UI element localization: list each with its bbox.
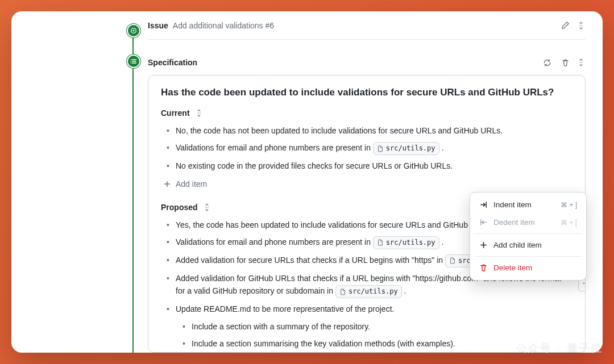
svg-point-5 (130, 59, 131, 60)
issue-node-icon (127, 24, 140, 37)
dedent-icon (479, 218, 488, 227)
current-label: Current (161, 108, 190, 118)
menu-delete[interactable]: Delete item (474, 259, 583, 277)
add-item-button[interactable]: Add item (163, 179, 207, 189)
specification-row: Specification (148, 55, 586, 70)
file-chip[interactable]: src/utils.py (373, 236, 439, 249)
svg-point-7 (130, 62, 131, 63)
timeline-line (132, 28, 134, 353)
svg-point-8 (579, 25, 580, 26)
svg-point-24 (583, 283, 584, 284)
plus-icon (479, 241, 488, 249)
current-section-header: Current (161, 108, 572, 118)
list-item[interactable]: Include a section with a summary of the … (181, 320, 572, 333)
drag-handle-icon[interactable] (202, 203, 211, 212)
spec-node-icon (127, 55, 140, 68)
menu-add-child[interactable]: Add child item (474, 236, 583, 254)
menu-separator (475, 256, 582, 257)
svg-point-11 (579, 62, 580, 63)
app-window: Issue Add additional validations #6 Spec… (11, 11, 603, 353)
context-menu: Indent item ⌘ + ] Dedent item ⌘ + [ Add … (470, 192, 587, 281)
svg-point-19 (205, 207, 206, 208)
menu-indent[interactable]: Indent item ⌘ + ] (474, 196, 583, 214)
file-chip[interactable]: src/utils.py (373, 142, 439, 155)
svg-point-6 (130, 61, 131, 61)
svg-point-20 (206, 207, 208, 208)
issue-label: Issue (148, 21, 168, 30)
svg-point-15 (198, 112, 200, 114)
drag-handle-icon[interactable] (194, 108, 204, 118)
file-icon (377, 145, 384, 152)
file-icon (339, 288, 346, 295)
proposed-label: Proposed (161, 203, 198, 212)
menu-dedent: Dedent item ⌘ + [ (474, 214, 583, 231)
specification-label: Specification (148, 58, 197, 67)
svg-point-13 (582, 62, 583, 63)
svg-point-1 (133, 30, 135, 32)
spec-question: Has the code been updated to include val… (161, 87, 572, 98)
list-item[interactable]: Validations for email and phone numbers … (165, 141, 572, 155)
trash-icon (479, 263, 488, 272)
svg-point-14 (197, 112, 198, 114)
list-item[interactable]: No existing code in the provided files c… (165, 160, 572, 172)
kebab-icon (582, 279, 586, 287)
file-icon (377, 239, 384, 246)
drag-handle-icon[interactable] (576, 58, 586, 67)
menu-separator (475, 233, 582, 234)
svg-point-10 (582, 25, 583, 26)
refresh-icon[interactable] (540, 56, 554, 69)
svg-point-12 (580, 62, 582, 63)
plus-icon (163, 180, 171, 188)
svg-point-21 (208, 207, 209, 208)
current-list: No, the code has not been updated to inc… (161, 124, 572, 173)
list-item[interactable]: No, the code has not been updated to inc… (165, 124, 572, 137)
issue-row: Issue Add additional validations #6 (148, 24, 586, 40)
edit-icon[interactable] (558, 19, 572, 32)
shortcut-label: ⌘ + [ (561, 219, 577, 227)
svg-point-9 (580, 25, 582, 26)
issue-title[interactable]: Add additional validations #6 (173, 21, 274, 30)
trash-icon[interactable] (558, 56, 572, 69)
list-item[interactable]: Include a section summarising the key va… (181, 337, 572, 350)
shortcut-label: ⌘ + ] (561, 201, 577, 209)
svg-point-16 (200, 112, 201, 114)
file-icon (449, 257, 456, 264)
file-chip[interactable]: src/utils.py (335, 285, 402, 298)
indent-icon (479, 200, 488, 209)
list-item[interactable]: Update README.md to be more representati… (165, 303, 572, 353)
drag-handle-icon[interactable] (576, 21, 586, 30)
